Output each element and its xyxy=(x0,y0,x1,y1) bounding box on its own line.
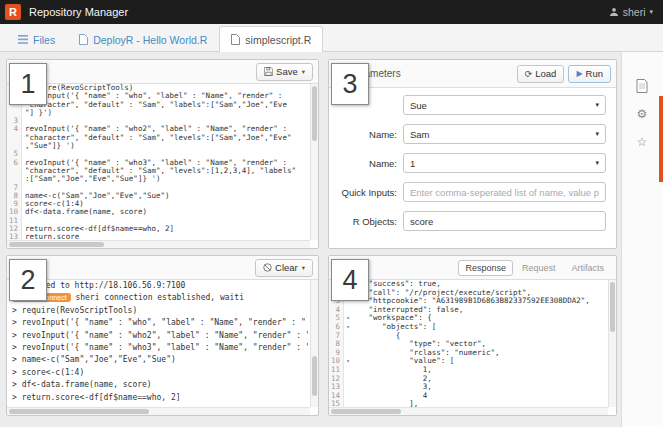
fold-icon xyxy=(344,332,352,341)
parameter-row: Name:Sam▾ xyxy=(339,124,606,144)
console-line: > score<-c(1:4) xyxy=(12,367,308,379)
tab-response[interactable]: Response xyxy=(458,260,513,276)
chevron-down-icon: ▾ xyxy=(595,101,599,109)
parameter-row: Quick Inputs: xyxy=(339,182,606,202)
file-icon xyxy=(79,34,88,45)
line-text: "type": "vector", xyxy=(352,340,486,349)
console-hscrollbar[interactable] xyxy=(7,407,310,415)
editor-toolbar: Save ▾ xyxy=(7,60,318,84)
console-line: > return.score xyxy=(12,404,308,405)
json-line: 1 "success": true, xyxy=(329,280,608,289)
console-line: > revoInput('{ "name" : "who", "label" :… xyxy=(12,317,308,329)
response-header: ResponseRequestArtifacts xyxy=(329,256,616,280)
parameter-row: Sue▾ xyxy=(339,95,606,115)
editor-line: 10df<-data.frame(name, score) xyxy=(7,208,310,216)
tab-label: Files xyxy=(33,34,55,46)
console-panel: Clear ▾ Connected to http://18.106.56.9:… xyxy=(6,255,319,416)
editor-line: 13return.score xyxy=(7,233,310,240)
json-line: 13 3, xyxy=(329,383,608,392)
tab-artifacts[interactable]: Artifacts xyxy=(564,260,611,276)
json-line: 3 "httpcookie": "A631989B1D6863B82337592… xyxy=(329,297,608,306)
parameters-panel: Parameters ⟳ Load ▶ Run Sue▾Name:Sam▾Nam… xyxy=(328,59,617,249)
file-icon xyxy=(231,34,240,45)
tab-files[interactable]: Files xyxy=(6,26,67,52)
fold-icon: ▾ xyxy=(344,323,352,332)
selected-value: Sue xyxy=(410,100,427,111)
chevron-down-icon: ▾ xyxy=(595,159,599,167)
response-tabs: ResponseRequestArtifacts xyxy=(458,260,611,276)
response-hscrollbar[interactable] xyxy=(329,407,608,415)
line-text: "call": "/r/project/execute/script", xyxy=(352,289,531,298)
line-text xyxy=(22,184,25,192)
tab-request[interactable]: Request xyxy=(515,260,563,276)
console-connected-line: Connected to http://18.106.56.9:7100 xyxy=(12,280,308,292)
line-text: ], xyxy=(352,400,418,407)
console-toolbar: Clear ▾ xyxy=(7,256,318,280)
gear-icon[interactable]: ⚙ xyxy=(634,106,650,122)
clear-icon xyxy=(263,263,272,272)
json-line: 15 ], xyxy=(329,400,608,407)
json-line: 9 "rclass": "numeric", xyxy=(329,349,608,358)
fold-icon xyxy=(344,340,352,349)
tab-simplescript-r[interactable]: simplescript.R xyxy=(219,26,323,52)
app-logo[interactable]: R xyxy=(5,4,21,20)
tab-label: simplescript.R xyxy=(245,34,311,46)
line-text: "character", "default" : "Sam", "labels"… xyxy=(22,101,287,109)
line-text: "interrupted": false, xyxy=(352,306,463,315)
editor-line: 2revoInput('{ "name" : "who", "label" : … xyxy=(7,92,310,100)
console-vscrollbar[interactable] xyxy=(310,280,318,407)
save-button[interactable]: Save ▾ xyxy=(256,63,313,81)
parameter-row: Name:1▾ xyxy=(339,153,606,173)
clear-button[interactable]: Clear ▾ xyxy=(255,259,313,277)
fold-icon xyxy=(344,400,352,407)
star-icon[interactable]: ☆ xyxy=(634,134,650,150)
editor-hscrollbar[interactable] xyxy=(7,240,310,248)
editor-line: 4revoInput('{ "name" : "who2", "label" :… xyxy=(7,125,310,133)
top-bar: R Repository Manager sheri ▾ xyxy=(0,0,663,24)
save-label: Save xyxy=(276,66,298,77)
response-vscrollbar[interactable] xyxy=(608,280,616,407)
line-text: revoInput('{ "name" : "who2", "label" : … xyxy=(22,125,287,133)
editor-line: "character", "default" : "Sam", "labels"… xyxy=(7,101,310,109)
code-editor[interactable]: 1require(RevoScriptTools)2revoInput('{ "… xyxy=(7,84,310,240)
line-text: "rclass": "numeric", xyxy=(352,349,500,358)
editor-vscrollbar[interactable] xyxy=(310,84,318,240)
annotation-1: 1 xyxy=(9,63,47,105)
parameter-select[interactable]: Sue▾ xyxy=(403,95,606,115)
line-text: "character", "default" : "Sam", "levels"… xyxy=(22,167,296,175)
console-line: > revoInput('{ "name" : "who2", "label" … xyxy=(12,330,308,342)
r-objects-field[interactable] xyxy=(403,211,606,231)
quick-inputs-field[interactable] xyxy=(403,182,606,202)
parameters-actions: ⟳ Load ▶ Run xyxy=(517,65,611,83)
parameter-select[interactable]: 1▾ xyxy=(403,153,606,173)
editor-line: 9score<-c(1:4) xyxy=(7,200,310,208)
line-text: return.score xyxy=(22,233,79,240)
accent-bar xyxy=(659,96,663,182)
json-line: 2 "call": "/r/project/execute/script", xyxy=(329,289,608,298)
chevron-down-icon: ▾ xyxy=(302,264,305,272)
editor-line: 3 xyxy=(7,117,310,125)
editor-line: "] }') xyxy=(7,109,310,117)
run-button[interactable]: ▶ Run xyxy=(568,65,611,83)
parameter-select[interactable]: Sam▾ xyxy=(403,124,606,144)
selected-value: 1 xyxy=(410,158,415,169)
console-output[interactable]: Connected to http://18.106.56.9:7100Stre… xyxy=(12,280,308,405)
tab-label: DeployR - Hello World.R xyxy=(93,34,207,46)
json-line: 14 4 xyxy=(329,392,608,401)
editor-line: 7 xyxy=(7,184,310,192)
console-stream-line: Stream Connect sheri connection establis… xyxy=(12,292,308,304)
line-number: 4 xyxy=(7,125,22,133)
response-json-viewer[interactable]: 1 "success": true,2 "call": "/r/project/… xyxy=(329,280,608,407)
stream-text: sheri connection established, waiti xyxy=(71,293,244,302)
chevron-down-icon: ▾ xyxy=(649,8,653,16)
editor-line: 1require(RevoScriptTools) xyxy=(7,84,310,92)
fold-icon xyxy=(344,375,352,384)
line-text: name<-c("Sam","Joe","Eve","Sue") xyxy=(22,192,170,200)
line-text: 1, xyxy=(352,366,432,375)
json-line: 11 1, xyxy=(329,366,608,375)
tab-deployr-hello-world-r[interactable]: DeployR - Hello World.R xyxy=(67,26,219,52)
user-icon xyxy=(609,7,619,17)
document-icon[interactable] xyxy=(634,78,650,94)
load-button[interactable]: ⟳ Load xyxy=(517,65,565,83)
user-menu[interactable]: sheri ▾ xyxy=(609,6,653,18)
